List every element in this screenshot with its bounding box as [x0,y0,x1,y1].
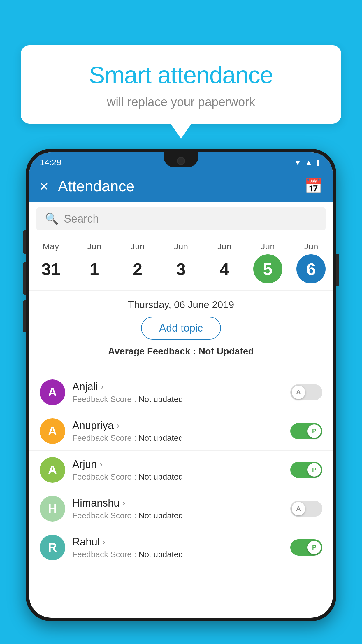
toggle-knob: P [307,541,321,554]
power-button [336,254,339,286]
feedback-score: Feedback Score : Not updated [72,395,283,404]
student-name: Arjun › [72,458,283,470]
volume-down-button [23,262,26,295]
student-name: Rahul › [72,536,283,548]
close-button[interactable]: × [40,178,48,194]
speech-bubble-container: Smart attendance will replace your paper… [21,45,341,124]
chevron-icon: › [103,537,105,547]
avatar: A [40,418,65,444]
chevron-icon: › [100,460,102,469]
search-icon: 🔍 [45,212,59,225]
phone-outer: 14:29 ▼ ▲ ▮ × Attendance 📅 🔍 Se [26,149,336,621]
calendar-day[interactable]: Jun5 [250,242,285,284]
student-item[interactable]: AAnjali ›Feedback Score : Not updatedA [29,373,333,412]
calendar-row: May31Jun1Jun2Jun3Jun4Jun5Jun6 [29,236,333,291]
cal-date-label: 31 [36,254,65,284]
bubble-title: Smart attendance [38,61,324,89]
feedback-label: Average Feedback : [108,346,198,356]
student-info: Arjun ›Feedback Score : Not updated [72,458,283,482]
battery-icon: ▮ [316,158,320,167]
add-topic-button[interactable]: Add topic [141,317,221,340]
average-feedback: Average Feedback : Not Updated [40,346,322,357]
student-item[interactable]: HHimanshu ›Feedback Score : Not updatedA [29,489,333,528]
student-item[interactable]: AAnupriya ›Feedback Score : Not updatedP [29,412,333,451]
student-name: Anupriya › [72,419,283,432]
feedback-score: Feedback Score : Not updated [72,472,283,482]
notch [164,152,198,167]
attendance-toggle[interactable]: P [290,423,322,439]
feedback-score: Feedback Score : Not updated [72,550,283,559]
calendar-icon[interactable]: 📅 [304,178,322,195]
student-name: Anjali › [72,381,283,393]
chevron-icon: › [117,421,119,430]
phone-wrapper: 14:29 ▼ ▲ ▮ × Attendance 📅 🔍 Se [26,149,336,644]
cal-month-label: Jun [174,242,188,251]
cal-month-label: Jun [261,242,275,251]
student-item[interactable]: AArjun ›Feedback Score : Not updatedP [29,451,333,489]
attendance-toggle[interactable]: A [290,384,322,400]
avatar: R [40,535,65,560]
toggle-knob: P [307,424,321,438]
toggle-knob: P [307,463,321,477]
chevron-icon: › [101,382,103,391]
cal-month-label: Jun [304,242,318,251]
student-list: AAnjali ›Feedback Score : Not updatedAAA… [29,373,333,567]
avatar: A [40,379,65,405]
app-bar-left: × Attendance [40,177,134,195]
student-info: Himanshu ›Feedback Score : Not updated [72,497,283,520]
student-info: Rahul ›Feedback Score : Not updated [72,536,283,559]
cal-date-label: 2 [123,254,152,284]
feedback-score: Feedback Score : Not updated [72,511,283,520]
cal-date-label: 4 [210,254,239,284]
attendance-toggle[interactable]: A [290,501,322,517]
cal-date-label: 3 [166,254,196,284]
student-item[interactable]: RRahul ›Feedback Score : Not updatedP [29,528,333,567]
volume-up-button [23,230,26,254]
cal-date-label: 5 [253,254,282,284]
status-icons: ▼ ▲ ▮ [294,158,320,167]
calendar-day[interactable]: Jun3 [164,242,198,284]
bubble-subtitle: will replace your paperwork [38,95,324,109]
toggle-knob: A [292,386,305,399]
cal-month-label: Jun [87,242,101,251]
feedback-value: Not Updated [198,346,254,356]
calendar-day[interactable]: Jun2 [120,242,155,284]
feedback-score: Feedback Score : Not updated [72,433,283,443]
wifi-icon: ▼ [294,158,302,167]
cal-month-label: Jun [131,242,145,251]
calendar-day[interactable]: May31 [33,242,68,284]
attendance-toggle[interactable]: P [290,539,322,556]
status-time: 14:29 [40,158,61,167]
cal-date-label: 6 [296,254,326,284]
selected-date: Thursday, 06 June 2019 [40,299,322,310]
cal-month-label: May [43,242,59,251]
student-info: Anjali ›Feedback Score : Not updated [72,381,283,404]
toggle-knob: A [292,502,305,515]
silent-button [23,300,26,332]
phone-screen: 14:29 ▼ ▲ ▮ × Attendance 📅 🔍 Se [29,152,333,618]
cal-date-label: 1 [80,254,109,284]
avatar: A [40,457,65,483]
chevron-icon: › [122,498,125,508]
calendar-day[interactable]: Jun1 [77,242,112,284]
search-container: 🔍 Search [29,202,333,236]
calendar-day[interactable]: Jun6 [294,242,328,284]
avatar: H [40,496,65,522]
student-name: Himanshu › [72,497,283,509]
search-bar[interactable]: 🔍 Search [36,207,326,230]
calendar-day[interactable]: Jun4 [207,242,242,284]
camera [177,157,185,165]
content-area: Thursday, 06 June 2019 Add topic Average… [29,291,333,373]
signal-icon: ▲ [305,158,312,167]
search-placeholder: Search [64,213,99,225]
attendance-toggle[interactable]: P [290,462,322,478]
app-bar: × Attendance 📅 [29,170,333,202]
student-info: Anupriya ›Feedback Score : Not updated [72,419,283,443]
app-title: Attendance [58,177,134,195]
speech-bubble: Smart attendance will replace your paper… [21,45,341,124]
cal-month-label: Jun [217,242,231,251]
